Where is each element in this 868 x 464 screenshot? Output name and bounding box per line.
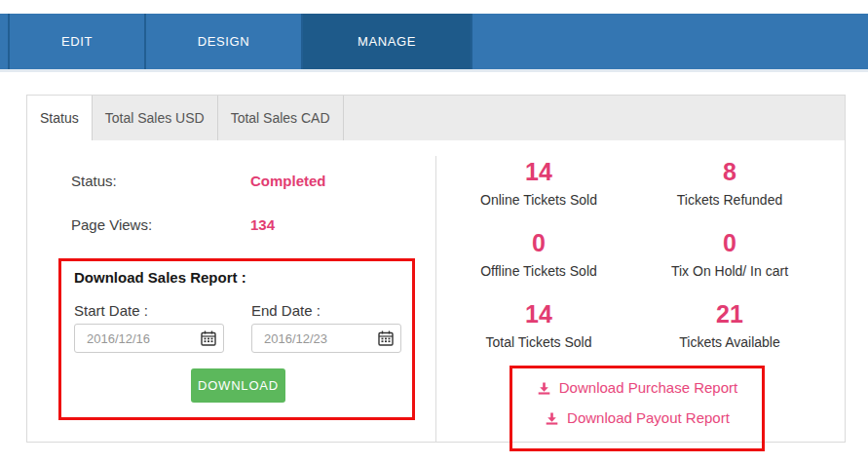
download-button[interactable]: DOWNLOAD [191, 368, 285, 403]
tab-status[interactable]: Status [27, 96, 93, 140]
calendar-icon[interactable] [200, 329, 217, 347]
download-payout-report-link[interactable]: Download Payout Report [545, 407, 730, 429]
page-views-value: 134 [250, 216, 275, 233]
status-row: Status: Completed [71, 173, 432, 189]
stat-label: Offline Tickets Sold [443, 263, 634, 279]
nav-edit-button[interactable]: EDIT [8, 14, 144, 69]
page-views-label: Page Views: [71, 216, 250, 233]
page: EDIT DESIGN MANAGE Status Total Sales US… [0, 0, 868, 464]
calendar-icon[interactable] [377, 329, 395, 347]
stat-value: 21 [634, 300, 825, 328]
page-views-row: Page Views: 134 [71, 216, 432, 233]
tab-total-sales-usd[interactable]: Total Sales USD [93, 96, 218, 140]
stat-value: 14 [443, 300, 634, 328]
stat-value: 0 [443, 229, 634, 256]
tab-bar: Status Total Sales USD Total Sales CAD [27, 96, 845, 140]
download-icon [545, 411, 559, 426]
status-label: Status: [71, 173, 250, 189]
download-sales-report-box: Download Sales Report : Start Date : End… [58, 258, 415, 420]
stat-offline-tickets-sold: 0 Offline Tickets Sold [443, 229, 634, 300]
download-sales-report-title: Download Sales Report : [74, 269, 246, 286]
stat-value: 0 [634, 229, 825, 256]
vertical-divider [435, 156, 436, 442]
download-icon [537, 381, 551, 396]
stat-total-tickets-sold: 14 Total Tickets Sold [443, 300, 634, 371]
stat-label: Tix On Hold/ In cart [634, 263, 825, 279]
tab-total-sales-cad[interactable]: Total Sales CAD [218, 96, 344, 140]
end-date-field-wrap [251, 324, 401, 353]
stat-tix-on-hold: 0 Tix On Hold/ In cart [634, 229, 825, 300]
start-date-field-wrap [74, 324, 224, 353]
top-navigation-bar: EDIT DESIGN MANAGE [0, 14, 868, 72]
stat-label: Online Tickets Sold [443, 192, 634, 208]
report-link-label: Download Payout Report [567, 407, 730, 429]
nav-manage-button[interactable]: MANAGE [301, 14, 472, 69]
stat-tickets-refunded: 8 Tickets Refunded [634, 158, 825, 229]
stat-label: Tickets Available [634, 334, 825, 350]
status-panel: Status Total Sales USD Total Sales CAD S… [26, 95, 846, 443]
end-date-label: End Date : [251, 302, 321, 319]
stat-online-tickets-sold: 14 Online Tickets Sold [443, 158, 634, 229]
nav-design-button[interactable]: DESIGN [144, 14, 301, 69]
report-links-box: Download Purchase Report Download Payout… [509, 366, 765, 451]
stat-value: 14 [443, 158, 634, 185]
stat-label: Tickets Refunded [634, 192, 825, 208]
stat-value: 8 [634, 158, 825, 185]
report-link-label: Download Purchase Report [559, 377, 737, 399]
start-date-label: Start Date : [74, 302, 148, 319]
stat-tickets-available: 21 Tickets Available [634, 300, 825, 371]
download-purchase-report-link[interactable]: Download Purchase Report [537, 377, 737, 399]
status-value: Completed [250, 173, 326, 189]
ticket-stats-grid: 14 Online Tickets Sold 8 Tickets Refunde… [443, 158, 825, 371]
stat-label: Total Tickets Sold [443, 334, 634, 350]
